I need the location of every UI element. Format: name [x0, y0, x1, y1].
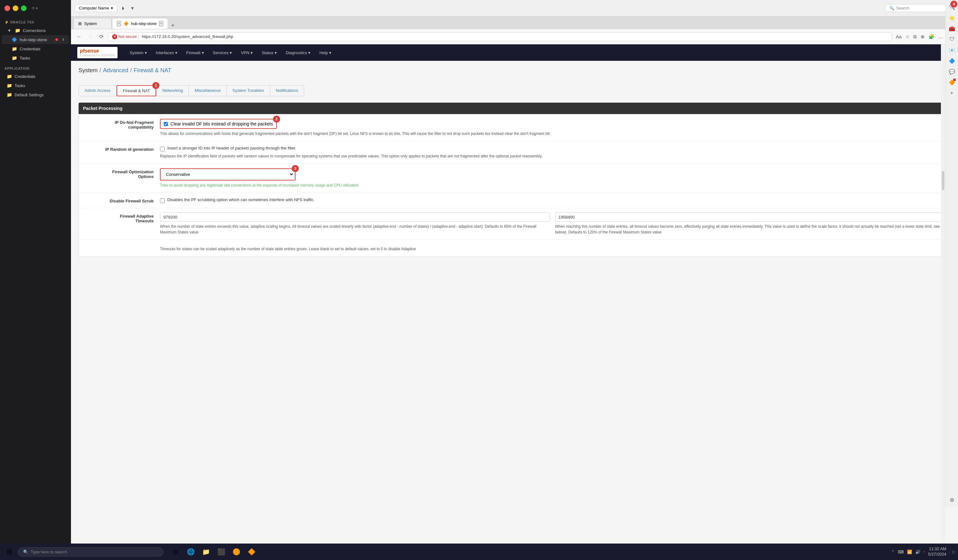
favorites-btn[interactable]: ☆ [904, 33, 911, 41]
settings-table: IP Do-Not-Fragmentcompatibility Clear in… [79, 114, 950, 257]
value-firewall-adaptive-timeouts: When the number of state entries exceeds… [160, 213, 945, 235]
computer-name-button[interactable]: Computer Name ▾ [75, 4, 117, 12]
reader-mode-btn[interactable]: Aa [895, 33, 903, 41]
sidebar-item-credentials[interactable]: 📁 Credentials [2, 44, 69, 53]
split-view-btn[interactable]: ⧉ [912, 33, 918, 41]
checkbox-highlight-box: Clear invalid DF bits instead of droppin… [160, 119, 277, 129]
forward-btn[interactable]: → [86, 33, 95, 41]
hub-tab-close-btn[interactable]: ✕ [159, 21, 163, 26]
checkbox-random-id[interactable] [160, 147, 165, 151]
tab-miscellaneous[interactable]: Miscellaneous [189, 85, 227, 96]
start-button[interactable]: ⊞ [3, 546, 16, 558]
back-btn[interactable]: ← [75, 33, 84, 41]
sidebar-extensions-icon[interactable]: 🔶 [947, 78, 956, 87]
breadcrumb-sep1: / [100, 67, 101, 74]
browser-right-sidebar: 4 🔍 ⭐ 🧰 🛡 📧 🔷 💬 🔶 + ⚙ [945, 0, 958, 507]
nav-interfaces[interactable]: Interfaces ▾ [151, 44, 182, 61]
adaptive-start-input[interactable] [160, 213, 550, 222]
breadcrumb-system: System [79, 67, 98, 74]
sidebar-collections-icon[interactable]: ⭐ [947, 13, 956, 22]
sidebar-item-hub-step-stone[interactable]: 🔷 hub-step-stone ⬆ [2, 35, 69, 44]
new-tab-btn[interactable]: + [168, 22, 177, 29]
taskbar-app-edge[interactable]: 🌐 [184, 545, 198, 559]
tab-system-tunables[interactable]: System Tunables [227, 85, 270, 96]
mac-maximize-btn[interactable] [21, 5, 27, 11]
select-highlight-box: Normal Conservative Aggressive None [160, 168, 296, 181]
label-ip-random-id: IP Random id generation [84, 146, 154, 152]
taskbar-show-desktop[interactable]: □ [950, 550, 955, 554]
sidebar-add-icon[interactable]: + [947, 89, 956, 98]
nav-services[interactable]: Services ▾ [208, 44, 236, 61]
tab-firewall-nat[interactable]: Firewall & NAT [117, 85, 157, 96]
sidebar-item-connections[interactable]: ▾ 📁 Connections [2, 26, 69, 35]
nav-status[interactable]: Status ▾ [257, 44, 281, 61]
media-btn[interactable]: ⏵ [120, 4, 127, 12]
nav-system-arrow: ▾ [145, 50, 147, 55]
scrollbar[interactable] [941, 44, 945, 544]
extension-btn[interactable]: 🧩 [927, 33, 936, 41]
nav-diagnostics[interactable]: Diagnostics ▾ [281, 44, 315, 61]
sidebar: ⟳ ▾ ⚡ Oracle TSX ▾ 📁 Connections 🔷 hub-s… [0, 0, 71, 560]
adaptive-end-input[interactable] [555, 213, 945, 222]
hub-icon: 🔷 [11, 37, 17, 43]
tasks-folder-icon: 📁 [11, 55, 17, 61]
scrollbar-thumb[interactable] [942, 171, 944, 190]
nav-interfaces-arrow: ▾ [175, 50, 178, 55]
nav-help-arrow: ▾ [329, 50, 331, 55]
sidebar-browser-essentials-icon[interactable]: 🛡 [947, 35, 956, 44]
sidebar-outlook-icon[interactable]: 📧 [947, 46, 956, 54]
pfsense-logo-sub: COMMUNITY EDITION [80, 54, 115, 57]
tab-overview[interactable]: ⊞ System [73, 18, 111, 29]
label-timeouts-text [84, 244, 154, 246]
tab-notifications[interactable]: Notifications [270, 85, 305, 96]
taskbar: ⊞ 🔍 Type here to search ⧉ 🌐 📁 ⬛ 🟠 🔶 ⌃ ⌨ … [0, 544, 958, 560]
taskbar-network-icon[interactable]: 📶 [907, 550, 912, 554]
badge-4: 4 [950, 1, 957, 8]
reload-btn[interactable]: ⟳ [98, 32, 106, 41]
taskbar-app-unknown2[interactable]: 🔶 [244, 545, 259, 559]
sidebar-item-app-credentials[interactable]: 📁 Credentials [2, 72, 69, 81]
checkbox-row-random-id: Insert a stronger ID into IP header of p… [160, 146, 945, 151]
desc-firewall-optimization: Tries to avoid dropping any legitimate i… [160, 182, 945, 188]
mac-minimize-btn[interactable] [13, 5, 18, 11]
checkbox-disable-scrub[interactable] [160, 198, 165, 203]
taskbar-app-terminal[interactable]: ⬛ [214, 545, 228, 559]
tab-admin-access[interactable]: Admin Access [79, 85, 117, 96]
firewall-optimization-select[interactable]: Normal Conservative Aggressive None [161, 170, 294, 179]
sidebar-settings-icon[interactable]: ⚙ [947, 495, 956, 504]
nav-system[interactable]: System ▾ [125, 44, 151, 61]
mac-close-btn[interactable] [5, 5, 10, 11]
sidebar-item-default-settings[interactable]: 📁 Default Settings [2, 90, 69, 99]
tab-close-btn[interactable]: ✕ [117, 21, 121, 26]
media-dropdown-btn[interactable]: ▾ [130, 4, 135, 12]
nav-firewall[interactable]: Firewall ▾ [182, 44, 208, 61]
tab-networking[interactable]: Networking [156, 85, 189, 96]
taskbar-search[interactable]: 🔍 Type here to search [18, 547, 163, 557]
nav-vpn[interactable]: VPN ▾ [236, 44, 257, 61]
breadcrumb-sep2: / [130, 67, 132, 74]
tab-hub-step-stone[interactable]: ✕ 🔶 hub-step-stone ✕ [112, 18, 168, 29]
url-bar[interactable]: ✕ Not secure | https://172.16.0.20/syste… [108, 32, 892, 41]
taskbar-app-task-view[interactable]: ⧉ [168, 545, 182, 559]
taskbar-app-explorer[interactable]: 📁 [199, 545, 213, 559]
taskbar-chevron-up[interactable]: ⌃ [891, 550, 895, 554]
page-tabs-nav: Admin Access Firewall & NAT 1 Networking… [79, 85, 950, 96]
sidebar-item-app-tasks[interactable]: 📁 Tasks [2, 81, 69, 90]
more-btn[interactable]: … [937, 33, 944, 41]
checkbox-clear-invalid-df-label: Clear invalid DF bits instead of droppin… [170, 121, 273, 126]
taskbar-app-unknown1[interactable]: 🟠 [229, 545, 243, 559]
taskbar-volume-icon[interactable]: 🔊 [915, 550, 920, 554]
sidebar-tools-icon[interactable]: 🧰 [947, 24, 956, 33]
browser-features-btn[interactable]: ⊕ [919, 33, 926, 41]
breadcrumb-advanced[interactable]: Advanced [103, 67, 128, 74]
sidebar-office-icon[interactable]: 🔷 [947, 56, 956, 65]
taskbar-keyboard-icon[interactable]: ⌨ [898, 550, 904, 554]
row-ip-do-not-fragment: IP Do-Not-Fragmentcompatibility Clear in… [79, 114, 950, 141]
taskbar-notification-dot: • [923, 550, 925, 554]
sidebar-item-tasks[interactable]: 📁 Tasks [2, 54, 69, 62]
taskbar-time[interactable]: 11:32 AM 5/27/2024 [928, 546, 946, 557]
sidebar-teams-icon[interactable]: 💬 [947, 67, 956, 76]
checkbox-clear-invalid-df[interactable] [164, 122, 168, 126]
nav-help[interactable]: Help ▾ [315, 44, 336, 61]
top-search-bar[interactable]: 🔍 Search [885, 4, 954, 12]
